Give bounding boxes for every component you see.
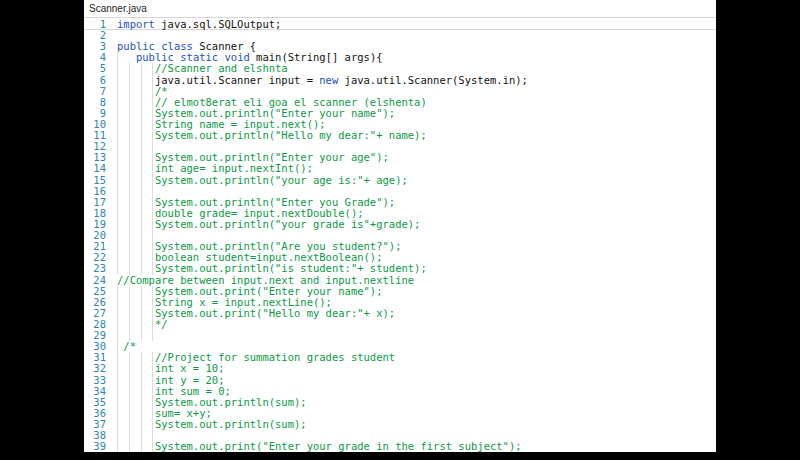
code-text: System.out.println(sum);	[117, 419, 307, 430]
indent-guide	[152, 219, 153, 230]
code-text: System.out.print("Enter your grade in th…	[117, 441, 522, 452]
indent-guide	[141, 419, 142, 430]
indent-guide	[141, 441, 142, 452]
code-line[interactable]: 37 System.out.println(sum);	[84, 419, 716, 430]
tab-scanner-java[interactable]: Scanner.java	[84, 0, 153, 17]
code-text: */	[117, 319, 168, 330]
code-area[interactable]: 1import java.sql.SQLOutput;23public clas…	[84, 18, 716, 452]
indent-guide	[129, 175, 130, 186]
indent-guide	[141, 130, 142, 141]
code-text: java.util.Scanner input = new java.util.…	[117, 75, 528, 86]
indent-guide	[129, 219, 130, 230]
indent-guide	[117, 441, 118, 452]
indent-guide	[141, 319, 142, 330]
indent-guide	[152, 130, 153, 141]
screen-background: Scanner.java 1import java.sql.SQLOutput;…	[0, 0, 800, 460]
indent-guide	[152, 319, 153, 330]
indent-guide	[117, 419, 118, 430]
indent-guide	[141, 219, 142, 230]
indent-guide	[117, 175, 118, 186]
code-text: import java.sql.SQLOutput;	[117, 19, 281, 30]
code-editor: Scanner.java 1import java.sql.SQLOutput;…	[84, 0, 716, 452]
code-line[interactable]: 11 System.out.println("Hello my dear:"+ …	[84, 130, 716, 141]
indent-guide	[117, 319, 118, 330]
tab-label: Scanner.java	[89, 3, 147, 14]
indent-guide	[141, 175, 142, 186]
code-text: System.out.println("your grade is"+grade…	[117, 219, 420, 230]
indent-guide	[152, 330, 153, 341]
line-number: 32	[84, 363, 106, 374]
code-line[interactable]: 29	[84, 330, 716, 341]
code-line[interactable]: 15 System.out.println("your age is:"+ ag…	[84, 175, 716, 186]
indent-guide	[129, 441, 130, 452]
code-line[interactable]: 6 java.util.Scanner input = new java.uti…	[84, 75, 716, 86]
code-line[interactable]: 19 System.out.println("your grade is"+gr…	[84, 219, 716, 230]
line-number: 14	[84, 163, 106, 174]
line-number: 23	[84, 263, 106, 274]
indent-guide	[117, 130, 118, 141]
indent-guide	[129, 130, 130, 141]
tab-bar: Scanner.java	[84, 0, 716, 18]
line-number: 24	[84, 275, 106, 286]
indent-guide	[152, 419, 153, 430]
line-number: 39	[84, 441, 106, 452]
line-number: 15	[84, 175, 106, 186]
code-line[interactable]: 39 System.out.print("Enter your grade in…	[84, 441, 716, 452]
code-line[interactable]: 1import java.sql.SQLOutput;	[84, 19, 716, 30]
code-text: System.out.println("your age is:"+ age);	[117, 175, 408, 186]
indent-guide	[152, 441, 153, 452]
indent-guide	[117, 219, 118, 230]
indent-guide	[129, 419, 130, 430]
indent-guide	[141, 330, 142, 341]
code-text: System.out.println("Hello my dear:"+ nam…	[117, 130, 427, 141]
line-number: 6	[84, 75, 106, 86]
code-line[interactable]: 27 System.out.print("Hello my dear:"+ x)…	[84, 308, 716, 319]
indent-guide	[152, 175, 153, 186]
code-line[interactable]: 28 */	[84, 319, 716, 330]
line-number: 5	[84, 63, 106, 74]
indent-guide	[129, 319, 130, 330]
line-number: 33	[84, 375, 106, 386]
